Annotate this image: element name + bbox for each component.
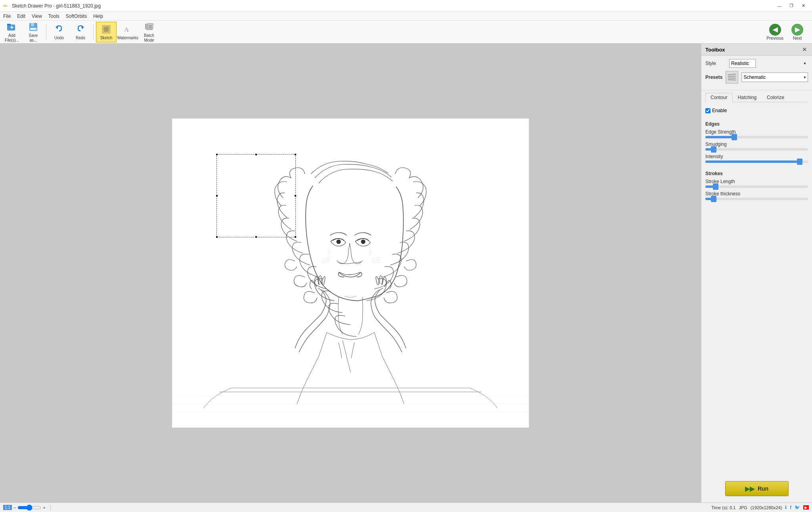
- svg-point-26: [337, 240, 341, 244]
- stroke-length-row: Stroke Length: [705, 179, 808, 188]
- minimize-button[interactable]: —: [774, 2, 785, 10]
- sketch-label: Sketch: [100, 36, 113, 40]
- stroke-length-slider[interactable]: [705, 185, 808, 188]
- menu-item-view[interactable]: View: [29, 12, 45, 20]
- enable-checkbox[interactable]: [705, 108, 710, 113]
- previous-arrow-icon: ◀: [769, 24, 781, 36]
- redo-label: Redo: [76, 36, 85, 40]
- svg-rect-6: [30, 28, 36, 30]
- zoom-plus-btn[interactable]: +: [42, 505, 46, 510]
- youtube-icon[interactable]: ▶: [803, 505, 809, 510]
- toolbar-navigation: ◀ Previous ▶ Next: [763, 22, 810, 42]
- toolbar: AddFile(s)... Saveas... Undo: [0, 21, 812, 44]
- svg-rect-22: [172, 118, 529, 428]
- zoom-minus-btn[interactable]: −: [13, 505, 17, 510]
- style-select[interactable]: Realistic Schematic Comic Pastel: [729, 59, 756, 68]
- undo-button[interactable]: Undo: [49, 22, 69, 42]
- stroke-thickness-row: Stroke thickness: [705, 191, 808, 200]
- tab-hatching[interactable]: Hatching: [733, 93, 762, 102]
- menu-item-file[interactable]: File: [0, 12, 14, 20]
- edges-label: Edges: [705, 121, 808, 127]
- presets-row: Presets Schematic Default Dark Light: [705, 71, 808, 84]
- preset-select[interactable]: Schematic Default Dark Light Fine: [741, 73, 808, 82]
- run-button[interactable]: ▶▶ Run: [725, 481, 789, 496]
- previous-button[interactable]: ◀ Previous: [763, 22, 787, 42]
- stroke-length-label: Stroke Length: [705, 179, 808, 184]
- stroke-thickness-label: Stroke thickness: [705, 191, 808, 197]
- canvas-area[interactable]: [0, 44, 701, 502]
- add-files-button[interactable]: AddFile(s)...: [2, 22, 22, 42]
- run-label: Run: [758, 485, 768, 492]
- style-label: Style: [705, 61, 729, 66]
- menu-item-help[interactable]: Help: [90, 12, 106, 20]
- run-icon: ▶▶: [745, 485, 755, 493]
- tab-contour[interactable]: Contour: [705, 93, 733, 102]
- social-facebook-icon[interactable]: f: [790, 504, 791, 510]
- info-icon[interactable]: ℹ: [785, 505, 787, 510]
- intensity-label: Intensity: [705, 154, 808, 159]
- edge-strength-label: Edge Strength: [705, 129, 808, 135]
- watermarks-label: Watermarks: [117, 36, 138, 40]
- statusbar: 1:1 − + Time (s): 0.1 JPG (1920x1280x24)…: [0, 502, 812, 512]
- enable-row: Enable: [705, 108, 808, 113]
- watermarks-button[interactable]: A a Watermarks: [117, 22, 138, 42]
- style-select-wrapper: Realistic Schematic Comic Pastel: [729, 59, 808, 68]
- maximize-button[interactable]: ❐: [786, 2, 797, 10]
- status-right: Time (s): 0.1 JPG (1920x1280x24) ℹ f 🐦 ▶: [711, 504, 809, 510]
- toolbox-spacer: [701, 206, 812, 475]
- tab-colorize[interactable]: Colorize: [762, 93, 789, 102]
- edge-strength-slider[interactable]: [705, 136, 808, 138]
- undo-label: Undo: [54, 36, 64, 40]
- previous-label: Previous: [766, 36, 783, 40]
- menu-item-tools[interactable]: Tools: [45, 12, 63, 20]
- menu-item-softorbits[interactable]: SoftOrbits: [63, 12, 90, 20]
- redo-button[interactable]: Redo: [70, 22, 91, 42]
- title-text: Sketch Drawer Pro - girl-511883_1920.jpg: [12, 3, 809, 9]
- next-button[interactable]: ▶ Next: [788, 22, 806, 42]
- zoom-control: 1:1 − +: [3, 505, 46, 510]
- sketch-canvas: [172, 118, 529, 428]
- svg-line-41: [728, 76, 736, 76]
- folder-add-icon: [6, 21, 17, 32]
- edge-strength-row: Edge Strength: [705, 129, 808, 138]
- stroke-thickness-slider[interactable]: [705, 198, 808, 200]
- svg-marker-8: [81, 26, 84, 29]
- format-label: JPG: [739, 505, 747, 510]
- presets-label: Presets: [705, 75, 722, 80]
- sketch-button[interactable]: Sketch: [96, 22, 117, 42]
- svg-marker-7: [56, 26, 58, 29]
- watermarks-icon: A a: [122, 24, 133, 35]
- smudging-slider[interactable]: [705, 148, 808, 151]
- style-row: Style Realistic Schematic Comic Pastel: [705, 59, 808, 68]
- svg-rect-1: [7, 24, 11, 25]
- svg-rect-18: [147, 23, 153, 29]
- batch-mode-button[interactable]: BatchMode: [139, 22, 159, 42]
- edges-section: Edges Edge Strength Smudging Intensit: [701, 120, 812, 169]
- close-button[interactable]: ✕: [798, 2, 809, 10]
- save-as-button[interactable]: Saveas...: [23, 22, 44, 42]
- run-section: ▶▶ Run: [701, 475, 812, 502]
- svg-rect-5: [31, 23, 34, 26]
- sketch-icon: [101, 24, 112, 35]
- toolbar-separator-2: [93, 24, 94, 40]
- intensity-slider[interactable]: [705, 160, 808, 163]
- save-icon: [28, 21, 39, 32]
- display-mode-icon: 1:1: [3, 505, 12, 510]
- tabs-row: Contour Hatching Colorize: [705, 93, 808, 102]
- toolbox-header: Toolbox ✕: [701, 44, 812, 56]
- menu-item-edit[interactable]: Edit: [14, 12, 29, 20]
- toolbox-close-button[interactable]: ✕: [801, 46, 808, 53]
- svg-line-43: [728, 80, 736, 80]
- zoom-slider[interactable]: [17, 505, 41, 510]
- svg-point-27: [361, 240, 365, 244]
- batch-mode-label: BatchMode: [144, 33, 154, 43]
- add-files-label: AddFile(s)...: [5, 33, 19, 43]
- preset-preview-icon: [726, 71, 738, 84]
- intensity-row: Intensity: [705, 154, 808, 163]
- social-twitter-icon[interactable]: 🐦: [795, 505, 800, 510]
- toolbar-separator-1: [46, 24, 46, 40]
- toolbox-title: Toolbox: [705, 47, 725, 53]
- svg-text:a: a: [127, 27, 129, 32]
- smudging-row: Smudging: [705, 141, 808, 151]
- smudging-label: Smudging: [705, 141, 808, 147]
